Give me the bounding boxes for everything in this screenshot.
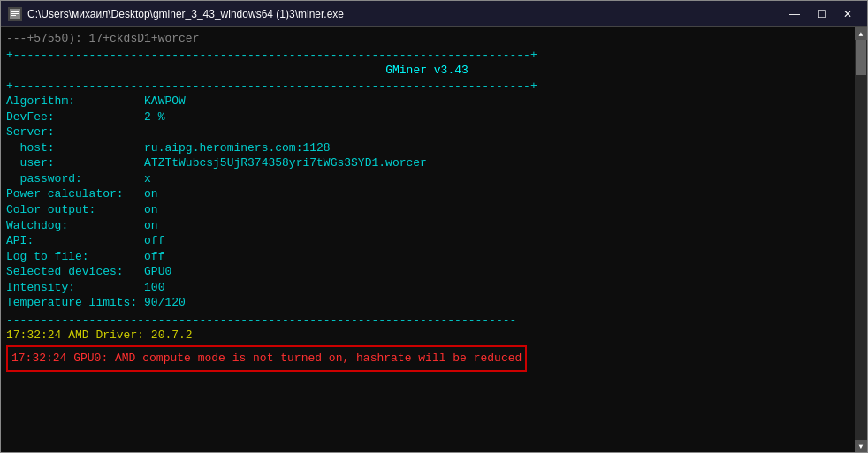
console-content: ---+57550): 17+ckdsD1+worcer +----------… xyxy=(6,31,862,372)
row-host: host: ru.aipg.herominers.com:1128 xyxy=(6,140,848,156)
logfile-value: off xyxy=(144,250,164,263)
svg-rect-2 xyxy=(11,13,19,14)
svg-rect-1 xyxy=(11,11,19,12)
row-color: Color output: on xyxy=(6,202,848,218)
window-controls: — ☐ ✕ xyxy=(782,4,860,24)
host-value: ru.aipg.herominers.com:1128 xyxy=(144,141,331,155)
row-server: Server: xyxy=(6,125,848,140)
driver-line: 17:32:24 AMD Driver: 20.7.2 xyxy=(6,328,848,344)
devfee-value: 2 % xyxy=(144,110,164,124)
top-separator: +---------------------------------------… xyxy=(6,48,848,64)
user-value: ATZTtWubcsj5UjR374358yri7tWGs3SYD1.worce… xyxy=(144,156,427,170)
mid-separator: ----------------------------------------… xyxy=(6,313,848,328)
console-window: C:\Users\михаил\Desktop\gminer_3_43_wind… xyxy=(0,0,868,453)
api-key: API: xyxy=(6,234,144,247)
row-devfee: DevFee: 2 % xyxy=(6,109,848,125)
devfee-key: DevFee: xyxy=(6,110,144,124)
power-key: Power calculator: xyxy=(6,187,144,200)
user-key: user: xyxy=(6,156,144,170)
scroll-up-button[interactable]: ▲ xyxy=(855,27,867,40)
bottom-separator: +---------------------------------------… xyxy=(6,79,848,94)
host-key: host: xyxy=(6,141,144,155)
devices-value: GPU0 xyxy=(144,265,171,278)
row-user: user: ATZTtWubcsj5UjR374358yri7tWGs3SYD1… xyxy=(6,155,848,171)
password-value: x xyxy=(144,172,151,185)
app-icon xyxy=(8,7,22,21)
algorithm-key: Algorithm: xyxy=(6,94,144,108)
row-intensity: Intensity: 100 xyxy=(6,280,848,296)
row-power: Power calculator: on xyxy=(6,186,848,202)
console-area: ---+57550): 17+ckdsD1+worcer +----------… xyxy=(1,27,867,452)
api-value: off xyxy=(144,234,164,247)
color-value: on xyxy=(144,203,158,216)
power-value: on xyxy=(144,187,158,200)
svg-rect-3 xyxy=(11,15,16,16)
scrollbar[interactable]: ▲ ▼ xyxy=(855,27,867,452)
warning-text: 17:32:24 GPU0: AMD compute mode is not t… xyxy=(11,351,522,365)
row-logfile: Log to file: off xyxy=(6,249,848,265)
temp-value: 90/120 xyxy=(144,296,186,309)
warning-box: 17:32:24 GPU0: AMD compute mode is not t… xyxy=(6,345,527,372)
intensity-key: Intensity: xyxy=(6,281,144,294)
watchdog-key: Watchdog: xyxy=(6,219,144,232)
watchdog-value: on xyxy=(144,219,158,232)
algorithm-value: KAWPOW xyxy=(144,94,186,108)
intensity-value: 100 xyxy=(144,281,164,294)
minimize-button[interactable]: — xyxy=(782,4,807,24)
row-devices: Selected devices: GPU0 xyxy=(6,264,848,280)
scroll-track[interactable] xyxy=(855,40,867,440)
title-bar: C:\Users\михаил\Desktop\gminer_3_43_wind… xyxy=(1,1,867,27)
scroll-thumb[interactable] xyxy=(856,40,866,75)
row-password: password: x xyxy=(6,171,848,187)
row-algorithm: Algorithm: KAWPOW xyxy=(6,94,848,109)
temp-key: Temperature limits: xyxy=(6,296,144,309)
close-button[interactable]: ✕ xyxy=(835,4,860,24)
scroll-down-button[interactable]: ▼ xyxy=(855,440,867,452)
truncated-top-line: ---+57550): 17+ckdsD1+worcer xyxy=(6,31,848,47)
app-header: GMiner v3.43 xyxy=(6,63,848,79)
color-key: Color output: xyxy=(6,203,144,216)
row-temp: Temperature limits: 90/120 xyxy=(6,295,848,311)
row-watchdog: Watchdog: on xyxy=(6,218,848,234)
row-api: API: off xyxy=(6,233,848,249)
password-key: password: xyxy=(6,172,144,185)
window-title: C:\Users\михаил\Desktop\gminer_3_43_wind… xyxy=(27,8,344,20)
server-key: Server: xyxy=(6,125,55,139)
maximize-button[interactable]: ☐ xyxy=(809,4,834,24)
logfile-key: Log to file: xyxy=(6,250,144,263)
devices-key: Selected devices: xyxy=(6,265,144,278)
title-bar-left: C:\Users\михаил\Desktop\gminer_3_43_wind… xyxy=(8,7,344,21)
